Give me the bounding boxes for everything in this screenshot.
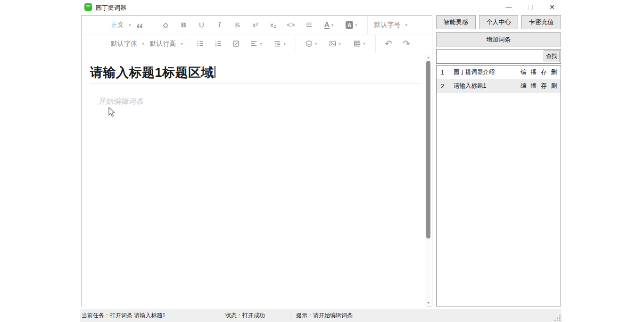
font-color-dropdown[interactable]: A ▾ [318, 16, 340, 34]
chevron-down-icon: ▾ [315, 41, 317, 46]
bullet-list-icon [196, 40, 204, 48]
personal-center-button[interactable]: 个人中心 [479, 15, 519, 29]
chevron-down-icon: ▾ [405, 23, 408, 27]
paragraph-style-dropdown[interactable]: 正文 ▾ [108, 16, 131, 34]
chevron-down-icon: ▾ [181, 41, 183, 46]
smart-inspiration-button[interactable]: 智能灵感 [436, 15, 476, 29]
app-icon [84, 3, 92, 11]
entry-actions: 编播存删 [520, 82, 557, 90]
image-icon [329, 40, 337, 48]
subscript-button[interactable]: x₂ [264, 16, 282, 34]
app-title: 园丁提词器 [96, 4, 126, 12]
toolbar-row-2: 默认字体 ▾ 默认行高 ▾ 1 2 3 [82, 34, 432, 53]
bold-button[interactable]: B [175, 16, 193, 34]
editor-scrollbar[interactable]: ▲ ▼ [425, 54, 431, 306]
entry-row[interactable]: 1 园丁提词器介绍 编播存删 [437, 66, 561, 79]
underline-button[interactable]: U [193, 16, 211, 34]
search-button[interactable]: 查找 [544, 50, 560, 62]
editor-placeholder: 开始编辑词条 [98, 97, 143, 107]
status-divider [441, 311, 441, 321]
chevron-down-icon: ▾ [355, 23, 357, 27]
toolbar-divider [187, 35, 187, 53]
undo-button[interactable]: ↶ [380, 34, 397, 53]
entry-action[interactable]: 编 [520, 68, 527, 76]
statusbar: 当前任务：打开词条 请输入标题1 状态：打开成功 提示：请开始编辑词条 [80, 309, 561, 322]
status-divider [290, 311, 290, 321]
entry-action[interactable]: 播 [531, 82, 537, 90]
strikethrough-button[interactable]: S [229, 16, 247, 34]
line-height-label: 默认行高 [147, 40, 179, 48]
editor-content[interactable]: 请输入标题1标题区域 开始编辑词条 [82, 54, 426, 306]
add-entry-button[interactable]: 增加词条 [436, 32, 561, 47]
paragraph-style-label: 正文 [108, 21, 127, 29]
toolbar-divider [375, 35, 376, 53]
maximize-button[interactable] [520, 0, 541, 14]
align-dropdown[interactable]: ▾ [245, 34, 267, 53]
scroll-up-icon[interactable]: ▲ [425, 56, 431, 59]
window-controls: — ✕ [498, 0, 563, 14]
code-button[interactable]: <> [282, 16, 300, 34]
entry-action[interactable]: 播 [531, 68, 537, 76]
checkbox-icon [232, 40, 240, 48]
quote-icon: “ [136, 19, 143, 31]
minimize-button[interactable]: — [498, 0, 520, 14]
chevron-down-icon: ▾ [339, 41, 341, 46]
app-window: 园丁提词器 — ✕ 正文 ▾ “ B U I S [0, 0, 644, 322]
titlebar: 园丁提词器 — ✕ [0, 0, 644, 14]
italic-button[interactable]: I [211, 16, 229, 34]
align-icon [250, 40, 258, 48]
indent-dropdown[interactable]: ▾ [267, 34, 292, 53]
entry-title: 园丁提词器介绍 [454, 68, 520, 76]
emoji-dropdown[interactable]: ▾ [300, 34, 322, 53]
line-height-dropdown[interactable]: 默认行高 ▾ [147, 34, 183, 53]
toolbar-row-1: 正文 ▾ “ B U I S x² x₂ <> [82, 16, 432, 34]
entry-action[interactable]: 删 [551, 68, 557, 76]
font-family-dropdown[interactable]: 默认字体 ▾ [108, 34, 144, 53]
horizontal-rule-button[interactable] [300, 16, 318, 34]
side-button-row: 智能灵感 个人中心 卡密充值 [436, 15, 561, 29]
entry-list: 1 园丁提词器介绍 编播存删 2 请输入标题1 编播存删 [436, 65, 561, 306]
search-input[interactable] [436, 49, 561, 64]
maximize-icon [528, 5, 533, 9]
entry-action[interactable]: 删 [551, 82, 557, 90]
close-button[interactable]: ✕ [541, 0, 563, 14]
card-recharge-button[interactable]: 卡密充值 [521, 15, 561, 29]
eraser-icon [162, 21, 170, 29]
blockquote-button[interactable]: “ [131, 16, 149, 34]
resize-grip[interactable] [555, 315, 561, 321]
chevron-down-icon: ▾ [142, 41, 144, 46]
ordered-list-button[interactable]: 1 2 3 [209, 34, 227, 53]
font-size-label: 默认字号 [372, 21, 404, 29]
clear-format-button[interactable] [157, 16, 175, 34]
entry-title: 请输入标题1 [454, 82, 520, 90]
entry-action[interactable]: 存 [541, 68, 547, 76]
status-task: 当前任务：打开词条 请输入标题1 [82, 309, 165, 322]
entry-action[interactable]: 编 [520, 82, 527, 90]
status-state: 状态：打开成功 [225, 309, 265, 322]
title-divider [90, 83, 420, 84]
mouse-cursor [108, 107, 117, 117]
font-size-dropdown[interactable]: 默认字号 ▾ [372, 16, 408, 34]
editor-panel: 正文 ▾ “ B U I S x² x₂ <> [81, 15, 432, 306]
scrollbar-thumb[interactable] [426, 61, 430, 239]
table-icon [353, 40, 361, 48]
table-dropdown[interactable]: ▾ [347, 34, 372, 53]
font-color-icon: A [324, 21, 330, 29]
image-dropdown[interactable]: ▾ [322, 34, 347, 53]
entry-action[interactable]: 存 [541, 82, 547, 90]
task-list-button[interactable] [227, 34, 245, 53]
entry-index: 1 [441, 69, 448, 76]
redo-button[interactable]: ↷ [397, 34, 415, 53]
chevron-down-icon: ▾ [331, 23, 334, 27]
scroll-down-icon[interactable]: ▼ [425, 301, 431, 305]
document-title[interactable]: 请输入标题1标题区域 [90, 64, 215, 81]
highlight-color-dropdown[interactable]: A ▾ [340, 16, 363, 34]
emoji-icon [305, 40, 313, 48]
document-title-text: 请输入标题1标题区域 [90, 66, 214, 80]
superscript-button[interactable]: x² [247, 16, 264, 34]
bullet-list-button[interactable] [191, 34, 209, 53]
entry-row[interactable]: 2 请输入标题1 编播存删 [437, 79, 561, 93]
status-tip: 提示：请开始编辑词条 [296, 309, 353, 322]
svg-text:3: 3 [215, 44, 216, 47]
highlight-color-icon: A [346, 21, 353, 29]
